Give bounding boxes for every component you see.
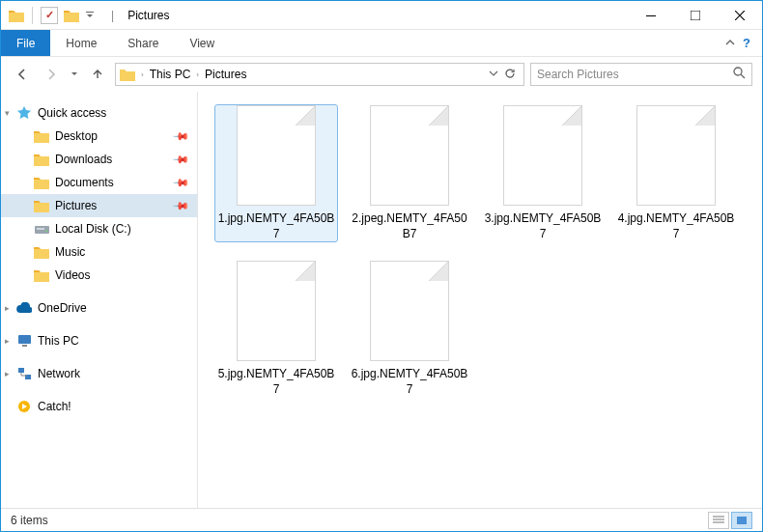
- svg-rect-1: [646, 15, 656, 16]
- file-item[interactable]: 2.jpeg.NEMTY_4FA50B7: [349, 105, 470, 241]
- catch-icon: [16, 399, 32, 414]
- window-title: Pictures: [127, 9, 169, 22]
- folder-icon[interactable]: [64, 8, 79, 23]
- search-icon[interactable]: [733, 67, 746, 82]
- tab-share[interactable]: Share: [112, 30, 174, 56]
- qat-dropdown-icon[interactable]: [85, 8, 95, 23]
- sidebar-network[interactable]: ▸ Network: [1, 362, 197, 385]
- navigation-pane: ▾ Quick access Desktop📌Downloads📌Documen…: [1, 92, 198, 508]
- back-button[interactable]: [11, 63, 34, 86]
- sidebar-item[interactable]: Music: [1, 240, 197, 264]
- chevron-right-icon[interactable]: ▸: [5, 303, 14, 313]
- tab-file[interactable]: File: [1, 30, 50, 56]
- svg-rect-7: [18, 335, 31, 344]
- file-icon: [503, 105, 582, 206]
- svg-rect-12: [737, 517, 747, 524]
- close-button[interactable]: [718, 1, 762, 29]
- maximize-button[interactable]: [673, 1, 718, 29]
- sidebar-item-label: Catch!: [38, 400, 193, 413]
- file-icon: [370, 261, 449, 361]
- sidebar-item-label: Quick access: [38, 106, 193, 120]
- chevron-right-icon[interactable]: ›: [194, 70, 201, 79]
- separator: [102, 7, 103, 24]
- address-bar[interactable]: › This PC › Pictures: [115, 63, 524, 86]
- sidebar-onedrive[interactable]: ▸ OneDrive: [1, 296, 197, 320]
- file-item[interactable]: 3.jpg.NEMTY_4FA50B7: [482, 105, 604, 241]
- file-name: 6.jpg.NEMTY_4FA50B7: [349, 367, 470, 397]
- chevron-down-icon[interactable]: ▾: [5, 108, 14, 118]
- sidebar-item-label: Local Disk (C:): [55, 222, 193, 236]
- cloud-icon: [16, 300, 32, 316]
- folder-icon: [34, 244, 49, 260]
- minimize-button[interactable]: [629, 1, 673, 29]
- explorer-window: ✓ | Pictures File Home Share View ?: [0, 0, 763, 532]
- status-bar: 6 items: [1, 508, 762, 531]
- sidebar-item-label: This PC: [38, 334, 193, 348]
- search-placeholder: Search Pictures: [537, 68, 619, 81]
- file-icon: [370, 105, 449, 206]
- file-item[interactable]: 1.jpg.NEMTY_4FA50B7: [215, 105, 337, 241]
- file-list[interactable]: 1.jpg.NEMTY_4FA50B72.jpeg.NEMTY_4FA50B73…: [198, 92, 762, 508]
- monitor-icon: [16, 333, 32, 349]
- svg-rect-0: [86, 12, 94, 13]
- tab-home[interactable]: Home: [50, 30, 112, 56]
- sidebar-this-pc[interactable]: ▸ This PC: [1, 329, 197, 352]
- file-icon: [636, 105, 716, 206]
- sidebar-quick-access[interactable]: ▾ Quick access: [1, 101, 197, 125]
- pin-icon: 📌: [171, 196, 189, 214]
- svg-rect-9: [18, 368, 24, 373]
- pin-icon: 📌: [171, 150, 189, 168]
- sidebar-item-label: Documents: [55, 176, 174, 189]
- breadcrumb-this-pc[interactable]: This PC: [150, 68, 191, 81]
- up-button[interactable]: [86, 63, 109, 86]
- sidebar-item[interactable]: Downloads📌: [1, 148, 197, 171]
- ribbon-expand-icon[interactable]: [725, 37, 735, 50]
- folder-icon: [34, 175, 49, 190]
- sidebar-item[interactable]: Local Disk (C:): [1, 217, 197, 240]
- tab-view[interactable]: View: [174, 30, 230, 56]
- sidebar-catch[interactable]: Catch!: [1, 395, 197, 418]
- sidebar-item-label: Desktop: [55, 129, 174, 143]
- refresh-icon[interactable]: [504, 68, 516, 82]
- details-view-button[interactable]: [708, 512, 729, 529]
- folder-icon: [34, 152, 49, 167]
- navigation-bar: › This PC › Pictures Search Pictures: [1, 57, 762, 92]
- star-icon: [16, 105, 32, 121]
- forward-button[interactable]: [40, 63, 63, 86]
- pin-icon: 📌: [171, 126, 189, 145]
- separator: [32, 7, 33, 24]
- sidebar-item[interactable]: Videos: [1, 264, 197, 287]
- title-separator: |: [111, 9, 114, 22]
- folder-icon: [34, 128, 49, 144]
- chevron-right-icon[interactable]: ▸: [5, 336, 14, 346]
- search-input[interactable]: Search Pictures: [530, 63, 752, 86]
- file-item[interactable]: 6.jpg.NEMTY_4FA50B7: [349, 261, 470, 397]
- help-icon[interactable]: ?: [743, 36, 750, 50]
- sidebar-item-label: Network: [38, 367, 193, 380]
- sidebar-item[interactable]: Desktop📌: [1, 125, 197, 148]
- recent-dropdown-icon[interactable]: [69, 63, 80, 86]
- svg-point-6: [45, 230, 47, 232]
- sidebar-item[interactable]: Pictures📌: [1, 194, 197, 217]
- file-item[interactable]: 4.jpg.NEMTY_4FA50B7: [615, 105, 737, 241]
- icons-view-button[interactable]: [731, 512, 752, 529]
- qat-properties-button[interactable]: ✓: [41, 7, 58, 24]
- svg-rect-5: [37, 228, 44, 230]
- titlebar: ✓ | Pictures: [1, 1, 762, 30]
- file-icon: [237, 261, 316, 361]
- breadcrumb-pictures[interactable]: Pictures: [205, 68, 246, 81]
- folder-icon: [120, 67, 135, 82]
- svg-rect-2: [691, 11, 700, 20]
- file-icon: [237, 105, 316, 206]
- folder-icon: [34, 198, 49, 213]
- folder-icon: [34, 221, 49, 237]
- address-dropdown-icon[interactable]: [489, 68, 498, 82]
- sidebar-item-label: Downloads: [55, 153, 174, 166]
- status-count: 6 items: [11, 514, 48, 527]
- pin-icon: 📌: [171, 173, 189, 191]
- sidebar-item[interactable]: Documents📌: [1, 171, 197, 194]
- file-item[interactable]: 5.jpg.NEMTY_4FA50B7: [215, 261, 337, 397]
- folder-icon: [9, 8, 24, 23]
- chevron-right-icon[interactable]: ›: [139, 70, 146, 79]
- chevron-right-icon[interactable]: ▸: [5, 369, 14, 378]
